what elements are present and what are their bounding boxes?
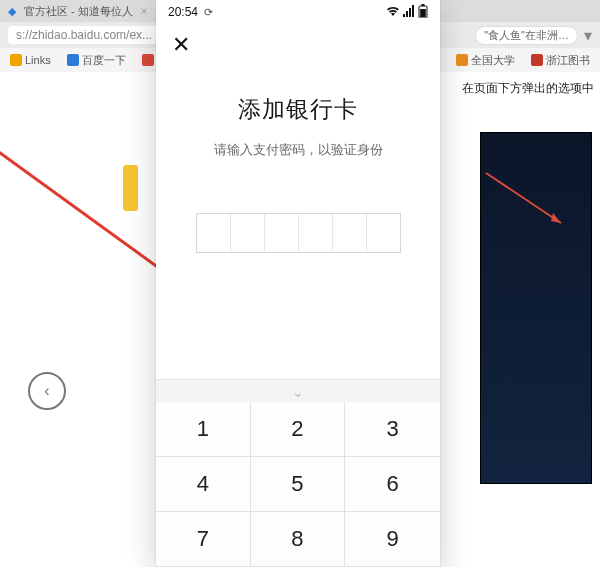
address-text[interactable]: s://zhidao.baidu.com/ex...: [8, 26, 160, 44]
keypad-collapse-handle[interactable]: ⌄: [156, 379, 440, 402]
page-snippet: 在页面下方弹出的选项中: [462, 80, 594, 97]
pin-cell[interactable]: [231, 214, 265, 252]
tab-close-icon[interactable]: ×: [141, 5, 147, 17]
key-2[interactable]: 2: [251, 402, 346, 457]
site-icon: [456, 54, 468, 66]
close-icon[interactable]: ✕: [172, 34, 190, 56]
bookmark-label: 百度一下: [82, 53, 126, 68]
dialog-title-block: 添加银行卡 请输入支付密码，以验证身份: [156, 94, 440, 159]
key-8[interactable]: 8: [251, 512, 346, 567]
site-icon: [531, 54, 543, 66]
bookmark-zhejiang[interactable]: 浙江图书: [531, 53, 590, 68]
bookmark-links[interactable]: Links: [10, 54, 51, 66]
folder-icon: [10, 54, 22, 66]
phone-screen: 20:54 ⟳ ✕ 添加银行卡 请输入支付密码，以验证身份: [156, 0, 440, 567]
numeric-keypad: 1 2 3 4 5 6 7 8 9: [156, 402, 440, 567]
key-7[interactable]: 7: [156, 512, 251, 567]
svg-rect-5: [422, 4, 425, 6]
pin-cell[interactable]: [197, 214, 231, 252]
svg-marker-1: [551, 213, 561, 223]
status-bar: 20:54 ⟳: [156, 0, 440, 24]
key-1[interactable]: 1: [156, 402, 251, 457]
key-3[interactable]: 3: [345, 402, 440, 457]
battery-icon: [418, 4, 428, 21]
svg-rect-6: [420, 9, 426, 17]
dialog-title: 添加银行卡: [156, 94, 440, 125]
chevron-down-icon: ⌄: [292, 384, 304, 400]
bookmark-label: Links: [25, 54, 51, 66]
pin-input-wrap: [156, 213, 440, 253]
chevron-down-icon[interactable]: ▾: [584, 26, 592, 45]
wifi-icon: [386, 5, 400, 20]
key-4[interactable]: 4: [156, 457, 251, 512]
tab-favicon: ◆: [8, 5, 16, 18]
dialog-header: ✕: [156, 24, 440, 66]
addr-pill: "食人鱼"在非洲…: [475, 26, 578, 45]
key-6[interactable]: 6: [345, 457, 440, 512]
status-time: 20:54: [168, 5, 198, 19]
tab-title: 官方社区 - 知道每位人: [24, 4, 133, 19]
key-5[interactable]: 5: [251, 457, 346, 512]
pin-cell[interactable]: [265, 214, 299, 252]
bookmark-label: 全国大学: [471, 53, 515, 68]
svg-line-0: [486, 173, 561, 223]
key-9[interactable]: 9: [345, 512, 440, 567]
bookmark-quanguo[interactable]: 全国大学: [456, 53, 515, 68]
dialog-subtitle: 请输入支付密码，以验证身份: [156, 141, 440, 159]
signal-icon: [403, 5, 415, 20]
site-icon: [67, 54, 79, 66]
pin-cell[interactable]: [299, 214, 333, 252]
pin-cell[interactable]: [367, 214, 400, 252]
bookmark-label: 浙江图书: [546, 53, 590, 68]
carousel-prev-button[interactable]: ‹: [28, 372, 66, 410]
embedded-screenshot: [480, 132, 592, 484]
bookmark-baidu[interactable]: 百度一下: [67, 53, 126, 68]
pin-input[interactable]: [196, 213, 401, 253]
status-sync-icon: ⟳: [204, 6, 213, 19]
pin-cell[interactable]: [333, 214, 367, 252]
page-accent-strip: [123, 165, 138, 211]
chevron-left-icon: ‹: [44, 382, 49, 400]
site-icon: [142, 54, 154, 66]
